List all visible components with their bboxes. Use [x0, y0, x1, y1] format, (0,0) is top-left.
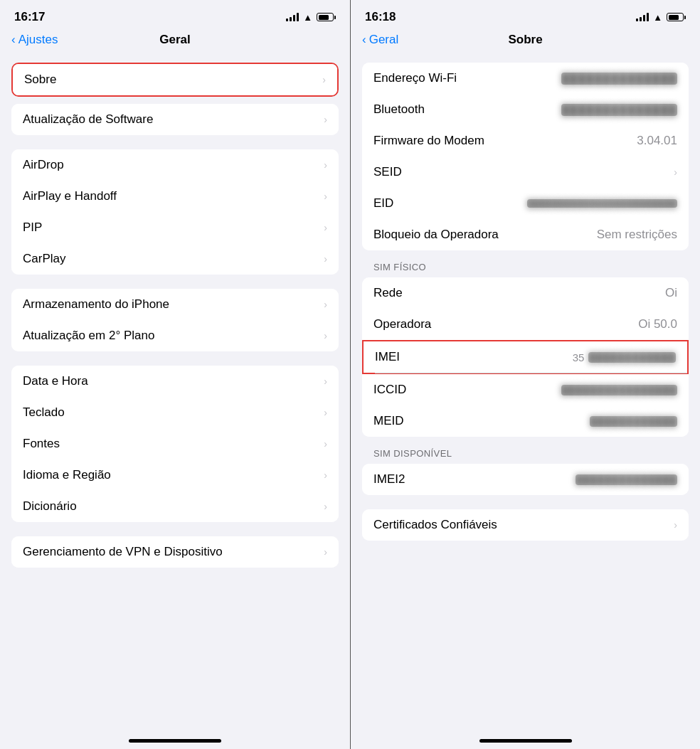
left-nav-back-button[interactable]: ‹ Ajustes [11, 33, 58, 47]
row-rede-right: Oi [665, 286, 677, 300]
chevron-icon: › [674, 519, 677, 531]
row-vpn[interactable]: Gerenciamento de VPN e Dispositivo › [11, 536, 339, 568]
chevron-icon: › [324, 299, 327, 310]
row-meid-label: MEID [373, 414, 404, 428]
row-endereco-wifi: Endereço Wi-Fi ██████████████ [362, 63, 689, 94]
group-atualizacao: Atualização de Software › [11, 104, 339, 135]
left-home-indicator [0, 732, 350, 749]
wifi-icon: ▲ [303, 12, 312, 23]
row-firmware-right: 3.04.01 [637, 134, 677, 148]
row-carplay[interactable]: CarPlay › [11, 243, 339, 275]
chevron-icon: › [324, 330, 327, 341]
row-imei-label: IMEI [375, 350, 400, 364]
left-settings-content: Sobre › Atualização de Software › AirDro… [0, 55, 350, 732]
group-sim-fisico: Rede Oi Operadora Oi 50.0 IMEI 35 [362, 277, 689, 437]
row-data-hora[interactable]: Data e Hora › [11, 366, 339, 397]
row-eid-right: ████████████████████████ [527, 199, 677, 208]
row-atualizacao-plano-right: › [324, 330, 327, 341]
row-meid-value: ████████████ [590, 416, 677, 427]
chevron-icon: › [324, 191, 327, 202]
row-iccid-label: ICCID [373, 383, 406, 397]
row-bluetooth-right: ██████████████ [561, 104, 677, 116]
row-carplay-label: CarPlay [23, 252, 65, 266]
row-sobre[interactable]: Sobre › [13, 64, 337, 95]
row-fontes[interactable]: Fontes › [11, 428, 339, 460]
row-airdrop-right: › [324, 159, 327, 171]
row-imei2: IMEI2 ██████████████ [362, 464, 689, 495]
row-imei2-right: ██████████████ [576, 474, 677, 485]
row-operadora: Operadora Oi 50.0 [362, 309, 689, 340]
row-armazenamento[interactable]: Armazenamento do iPhone › [11, 289, 339, 320]
row-dicionario[interactable]: Dicionário › [11, 491, 339, 522]
row-atualizacao-software[interactable]: Atualização de Software › [11, 104, 339, 135]
right-nav-back-button[interactable]: ‹ Geral [362, 33, 398, 47]
sim-disponivel-header: SIM DISPONÍVEL [373, 448, 452, 459]
row-eid-value: ████████████████████████ [527, 199, 677, 208]
left-status-time: 16:17 [14, 10, 45, 24]
row-imei-blurred-value: ████████████ [588, 352, 676, 363]
right-status-icons: ▲ [636, 12, 686, 23]
row-bluetooth-value: ██████████████ [561, 104, 677, 116]
row-operadora-label: Operadora [373, 317, 431, 331]
row-teclado-right: › [324, 407, 327, 418]
group-data: Data e Hora › Teclado › Fontes › Idioma … [11, 366, 339, 522]
row-iccid: ICCID ████████████████ [362, 374, 689, 405]
chevron-icon: › [324, 222, 327, 233]
row-bloqueio-value: Sem restrições [597, 228, 677, 242]
chevron-icon: › [324, 501, 327, 512]
sim-fisico-header: SIM FÍSICO [373, 262, 426, 272]
right-nav-title: Sobre [508, 33, 542, 47]
row-airplay[interactable]: AirPlay e Handoff › [11, 181, 339, 212]
group-sim-disponivel: IMEI2 ██████████████ [362, 464, 689, 495]
row-meid-right: ████████████ [590, 416, 677, 427]
row-bluetooth: Bluetooth ██████████████ [362, 94, 689, 125]
left-nav-title: Geral [159, 33, 190, 47]
row-airdrop[interactable]: AirDrop › [11, 149, 339, 181]
left-phone-panel: 16:17 ▲ ‹ Ajustes Geral [0, 0, 350, 749]
row-certificados[interactable]: Certificados Confiáveis › [362, 509, 689, 541]
signal-icon [286, 13, 299, 21]
row-eid-label: EID [373, 196, 393, 211]
row-dicionario-right: › [324, 501, 327, 512]
right-status-bar: 16:18 ▲ [351, 0, 700, 30]
row-rede: Rede Oi [362, 277, 689, 309]
right-home-indicator [351, 732, 700, 749]
row-pip[interactable]: PIP › [11, 212, 339, 243]
left-status-bar: 16:17 ▲ [0, 0, 350, 30]
group-vpn: Gerenciamento de VPN e Dispositivo › [11, 536, 339, 568]
row-seid-right: › [674, 166, 677, 178]
chevron-icon: › [324, 376, 327, 387]
row-sobre-label: Sobre [24, 73, 56, 87]
chevron-icon: › [324, 253, 327, 265]
row-firmware-label: Firmware do Modem [373, 134, 484, 148]
left-nav-back-label: Ajustes [18, 33, 58, 47]
row-endereco-wifi-value: ██████████████ [561, 73, 677, 85]
row-seid-label: SEID [373, 165, 402, 179]
row-imei-value: 35 [573, 351, 585, 363]
row-airplay-right: › [324, 191, 327, 202]
row-fontes-label: Fontes [23, 437, 60, 451]
home-bar [479, 739, 572, 743]
group-sobre: Sobre › [11, 63, 339, 97]
row-vpn-label: Gerenciamento de VPN e Dispositivo [23, 545, 223, 559]
right-nav-back-label: Geral [369, 33, 399, 47]
right-phone-panel: 16:18 ▲ ‹ Geral Sobre [350, 0, 700, 749]
row-atualizacao-label: Atualização de Software [23, 112, 153, 127]
row-data-hora-right: › [324, 376, 327, 387]
row-armazenamento-right: › [324, 299, 327, 310]
row-sobre-right: › [322, 74, 326, 85]
chevron-icon: › [324, 546, 327, 558]
row-seid[interactable]: SEID › [362, 156, 689, 188]
row-certificados-right: › [674, 519, 677, 531]
row-pip-label: PIP [23, 221, 42, 235]
row-teclado[interactable]: Teclado › [11, 397, 339, 428]
row-imei: IMEI 35 ████████████ [362, 340, 689, 374]
row-iccid-value: ████████████████ [561, 385, 677, 395]
row-idioma[interactable]: Idioma e Região › [11, 460, 339, 491]
chevron-icon: › [324, 469, 327, 481]
row-airplay-label: AirPlay e Handoff [23, 189, 117, 203]
row-airdrop-label: AirDrop [23, 158, 64, 172]
chevron-icon: › [324, 114, 327, 125]
group-certificados: Certificados Confiáveis › [362, 509, 689, 541]
row-atualizacao-plano[interactable]: Atualização em 2° Plano › [11, 320, 339, 351]
